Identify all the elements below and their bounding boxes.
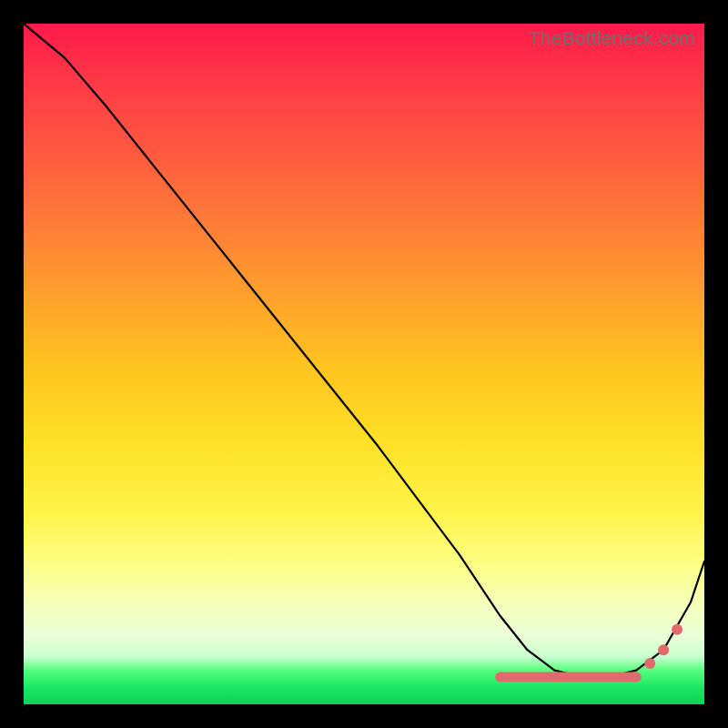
accent-dot bbox=[658, 644, 669, 655]
watermark-text: TheBottleneck.com bbox=[529, 27, 695, 49]
accent-dot bbox=[672, 624, 682, 635]
chart-frame: TheBottleneck.com bbox=[0, 0, 728, 728]
plot-area: TheBottleneck.com bbox=[24, 24, 704, 704]
accent-dots-group bbox=[644, 624, 682, 669]
bottleneck-curve bbox=[24, 24, 704, 677]
accent-dot bbox=[644, 658, 655, 669]
chart-svg bbox=[24, 24, 704, 704]
